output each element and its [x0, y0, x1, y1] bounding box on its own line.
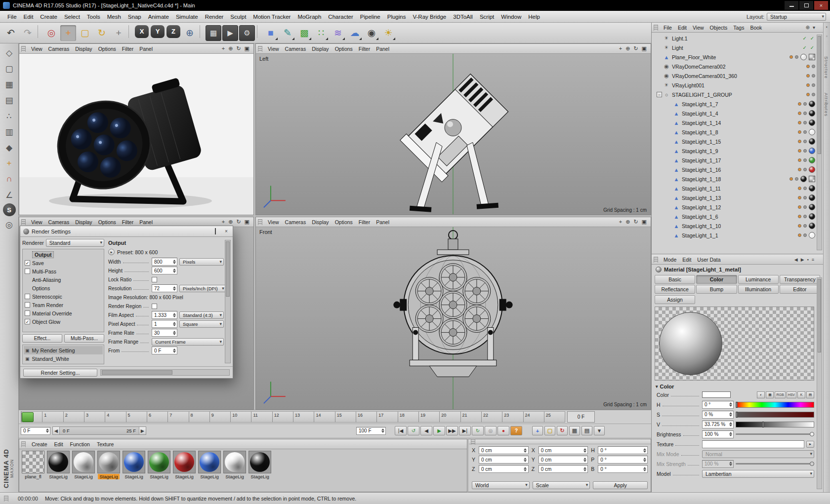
goto-start-button[interactable]: |◀: [395, 426, 407, 435]
menu-item[interactable]: Create: [37, 12, 61, 21]
playhead[interactable]: [22, 412, 34, 422]
object-name[interactable]: StageLight_1_10: [682, 223, 721, 229]
dock-side-tab[interactable]: Structure: [824, 56, 829, 79]
object-row[interactable]: ◉ VRayDomeCamera001_360: [652, 71, 823, 80]
value-gradient-bar[interactable]: [736, 422, 814, 427]
object-row[interactable]: ▲ StageLight_1_8: [652, 127, 823, 137]
material-menu-item[interactable]: Edit: [51, 441, 67, 447]
panel-grip[interactable]: [258, 46, 262, 52]
render-visibility-dot[interactable]: [803, 112, 807, 115]
object-name[interactable]: StageLight_1_17: [682, 157, 721, 163]
dialog-scrollbar[interactable]: [225, 240, 231, 363]
renderer-dropdown[interactable]: Standard: [46, 239, 104, 247]
keyframe-selection-icon[interactable]: ▤: [581, 426, 592, 435]
filter-icon[interactable]: ▾: [813, 25, 815, 30]
expander-icon[interactable]: [657, 54, 662, 60]
menu-item[interactable]: Script: [476, 12, 498, 21]
expander-icon[interactable]: [666, 167, 672, 172]
object-name[interactable]: StageLight_1_11: [682, 186, 721, 192]
editor-visibility-dot[interactable]: [798, 121, 801, 124]
menu-item[interactable]: Animate: [145, 12, 172, 21]
viewport-menu-item[interactable]: View: [28, 219, 45, 225]
material-menu-item[interactable]: Function: [67, 441, 93, 447]
render-visibility-dot[interactable]: [812, 93, 815, 96]
record-scale-icon[interactable]: ▢: [544, 426, 555, 435]
material-thumbnail[interactable]: [72, 451, 95, 473]
expander-icon[interactable]: [666, 139, 672, 144]
object-row[interactable]: ▲ StageLight_1_17: [652, 155, 823, 165]
object-name[interactable]: StageLight_1_1: [682, 233, 718, 238]
material-name[interactable]: StageLig: [224, 474, 246, 479]
material-thumbnail[interactable]: [249, 451, 271, 473]
material-name[interactable]: plane_fl: [23, 474, 42, 479]
object-row[interactable]: ▲ StageLight_1_7: [652, 99, 823, 109]
object-name[interactable]: STAGELIGHT_1_GROUP: [672, 92, 732, 98]
render-visibility-dot[interactable]: [812, 65, 815, 68]
expander-icon[interactable]: [666, 223, 672, 229]
material-channel-tab[interactable]: Transparency: [780, 275, 820, 284]
zoom-view-icon[interactable]: ⊕: [228, 219, 233, 225]
panel-grip[interactable]: [654, 257, 658, 263]
material-channel-tab[interactable]: Reflectance: [655, 285, 695, 294]
zoom-view-icon[interactable]: ⊕: [228, 45, 233, 52]
saturation-field[interactable]: 0 %: [702, 411, 734, 419]
material-tag-icon[interactable]: [809, 166, 815, 173]
menu-item[interactable]: Motion Tracker: [249, 12, 294, 21]
material-thumbnail[interactable]: [47, 451, 70, 473]
material-preview[interactable]: [655, 307, 814, 381]
dialog-close-button[interactable]: ×: [223, 229, 230, 234]
value-field[interactable]: 33.725 %: [702, 421, 734, 428]
minimize-button[interactable]: [785, 1, 798, 10]
size-field[interactable]: 0 cm: [539, 446, 588, 454]
pixel-aspect-field[interactable]: 1: [152, 320, 177, 328]
expander-icon[interactable]: [666, 129, 672, 135]
render-visibility-dot[interactable]: [803, 187, 807, 190]
object-manager-menu-item[interactable]: View: [690, 25, 707, 31]
material-channel-tab[interactable]: Illumination: [738, 285, 779, 294]
prev-key-button[interactable]: ↺: [408, 426, 419, 435]
editor-visibility-dot[interactable]: [798, 102, 801, 106]
toggle-view-icon[interactable]: ▣: [642, 219, 647, 225]
settings-tree-item[interactable]: Object Glow: [24, 317, 103, 326]
record-parameter-icon[interactable]: ▦: [569, 426, 580, 435]
loop-button[interactable]: ↻: [472, 426, 484, 435]
object-name[interactable]: VRayDomeCamera002: [672, 64, 726, 70]
editor-visibility-dot[interactable]: [789, 55, 793, 59]
panel-grip[interactable]: [4, 496, 8, 502]
rotate-view-icon[interactable]: ↻: [633, 45, 638, 52]
maximize-button[interactable]: [799, 1, 813, 10]
material-tag-icon[interactable]: [809, 185, 815, 192]
kelvin-button[interactable]: K: [797, 391, 805, 398]
rotate-tool-icon[interactable]: ↻: [94, 25, 110, 41]
zoom-view-icon[interactable]: ⊕: [625, 219, 630, 225]
layout-dropdown[interactable]: Startup: [767, 13, 826, 21]
redo-icon[interactable]: ↷: [20, 25, 36, 41]
search-icon[interactable]: ⊕: [806, 25, 810, 30]
object-name[interactable]: StageLight_1_16: [682, 167, 721, 173]
hue-gradient-bar[interactable]: [736, 402, 814, 408]
render-visibility-dot[interactable]: [803, 149, 807, 153]
material-channel-tab[interactable]: Luminance: [738, 275, 779, 284]
menu-item[interactable]: Render: [202, 12, 227, 21]
editor-visibility-dot[interactable]: [798, 112, 801, 115]
scale-tool-icon[interactable]: ▢: [77, 25, 93, 41]
viewport-menu-item[interactable]: Cameras: [45, 46, 73, 52]
coordinate-space-dropdown[interactable]: World: [472, 481, 530, 489]
expander-icon[interactable]: [666, 214, 672, 219]
editor-visibility-dot[interactable]: [798, 140, 801, 143]
expander-icon[interactable]: [666, 195, 672, 200]
width-field[interactable]: 800: [152, 258, 177, 266]
points-mode-icon[interactable]: ∴: [2, 109, 17, 123]
material-name[interactable]: StageLig: [249, 474, 271, 479]
texture-tag-icon[interactable]: [809, 54, 815, 60]
render-visibility-dot[interactable]: [803, 140, 807, 143]
object-row[interactable]: ▲ StageLight_1_12: [652, 202, 823, 212]
material-name[interactable]: StageLig: [148, 474, 170, 479]
render-visibility-dot[interactable]: [803, 168, 807, 171]
material-thumbnail[interactable]: [97, 451, 120, 473]
viewport-menu-item[interactable]: Cameras: [45, 219, 73, 225]
object-row[interactable]: ▲ StageLight_1_1: [652, 231, 823, 240]
editor-visibility-dot[interactable]: [798, 187, 801, 190]
make-editable-icon[interactable]: ◇: [2, 45, 17, 60]
toggle-view-icon[interactable]: ▣: [245, 219, 249, 225]
